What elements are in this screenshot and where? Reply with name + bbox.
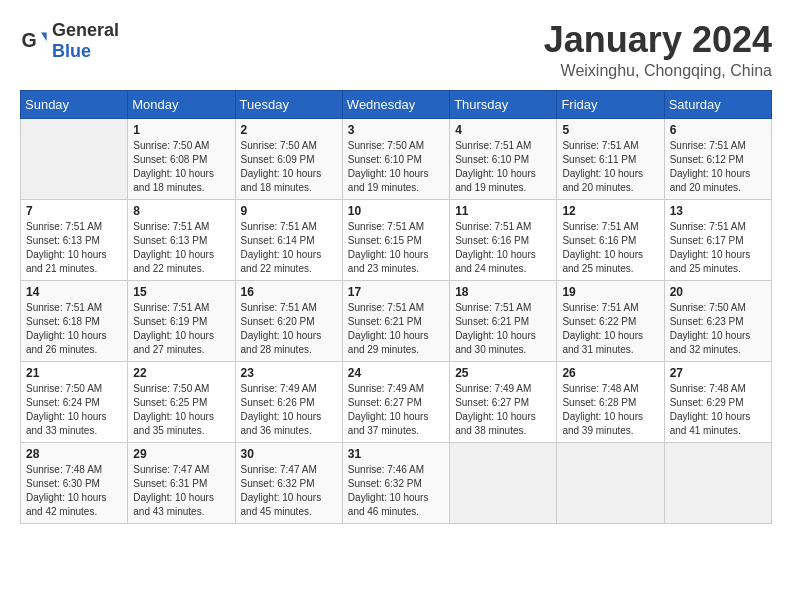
day-number: 19 bbox=[562, 285, 658, 299]
svg-text:G: G bbox=[21, 29, 36, 51]
calendar-day-cell bbox=[21, 118, 128, 199]
day-info: Sunrise: 7:51 AMSunset: 6:16 PMDaylight:… bbox=[562, 220, 658, 276]
day-number: 8 bbox=[133, 204, 229, 218]
day-info: Sunrise: 7:51 AMSunset: 6:12 PMDaylight:… bbox=[670, 139, 766, 195]
day-number: 7 bbox=[26, 204, 122, 218]
day-info: Sunrise: 7:51 AMSunset: 6:11 PMDaylight:… bbox=[562, 139, 658, 195]
weekday-header-cell: Saturday bbox=[664, 90, 771, 118]
day-number: 15 bbox=[133, 285, 229, 299]
calendar-table: SundayMondayTuesdayWednesdayThursdayFrid… bbox=[20, 90, 772, 524]
calendar-day-cell: 25Sunrise: 7:49 AMSunset: 6:27 PMDayligh… bbox=[450, 361, 557, 442]
day-info: Sunrise: 7:50 AMSunset: 6:23 PMDaylight:… bbox=[670, 301, 766, 357]
day-number: 5 bbox=[562, 123, 658, 137]
day-info: Sunrise: 7:46 AMSunset: 6:32 PMDaylight:… bbox=[348, 463, 444, 519]
calendar-week-row: 28Sunrise: 7:48 AMSunset: 6:30 PMDayligh… bbox=[21, 442, 772, 523]
weekday-header-cell: Thursday bbox=[450, 90, 557, 118]
day-info: Sunrise: 7:51 AMSunset: 6:22 PMDaylight:… bbox=[562, 301, 658, 357]
day-info: Sunrise: 7:51 AMSunset: 6:14 PMDaylight:… bbox=[241, 220, 337, 276]
day-number: 24 bbox=[348, 366, 444, 380]
day-info: Sunrise: 7:51 AMSunset: 6:19 PMDaylight:… bbox=[133, 301, 229, 357]
day-info: Sunrise: 7:51 AMSunset: 6:20 PMDaylight:… bbox=[241, 301, 337, 357]
calendar-day-cell bbox=[664, 442, 771, 523]
day-number: 9 bbox=[241, 204, 337, 218]
day-number: 22 bbox=[133, 366, 229, 380]
calendar-day-cell: 3Sunrise: 7:50 AMSunset: 6:10 PMDaylight… bbox=[342, 118, 449, 199]
weekday-header-cell: Tuesday bbox=[235, 90, 342, 118]
day-info: Sunrise: 7:47 AMSunset: 6:31 PMDaylight:… bbox=[133, 463, 229, 519]
day-info: Sunrise: 7:51 AMSunset: 6:13 PMDaylight:… bbox=[133, 220, 229, 276]
calendar-day-cell: 7Sunrise: 7:51 AMSunset: 6:13 PMDaylight… bbox=[21, 199, 128, 280]
weekday-header-cell: Friday bbox=[557, 90, 664, 118]
calendar-day-cell: 15Sunrise: 7:51 AMSunset: 6:19 PMDayligh… bbox=[128, 280, 235, 361]
calendar-day-cell: 29Sunrise: 7:47 AMSunset: 6:31 PMDayligh… bbox=[128, 442, 235, 523]
day-number: 17 bbox=[348, 285, 444, 299]
day-number: 12 bbox=[562, 204, 658, 218]
day-info: Sunrise: 7:51 AMSunset: 6:21 PMDaylight:… bbox=[455, 301, 551, 357]
calendar-day-cell: 13Sunrise: 7:51 AMSunset: 6:17 PMDayligh… bbox=[664, 199, 771, 280]
day-info: Sunrise: 7:49 AMSunset: 6:27 PMDaylight:… bbox=[348, 382, 444, 438]
calendar-day-cell: 27Sunrise: 7:48 AMSunset: 6:29 PMDayligh… bbox=[664, 361, 771, 442]
logo-blue-text: Blue bbox=[52, 41, 91, 61]
calendar-day-cell: 18Sunrise: 7:51 AMSunset: 6:21 PMDayligh… bbox=[450, 280, 557, 361]
calendar-day-cell: 4Sunrise: 7:51 AMSunset: 6:10 PMDaylight… bbox=[450, 118, 557, 199]
day-info: Sunrise: 7:51 AMSunset: 6:21 PMDaylight:… bbox=[348, 301, 444, 357]
month-title: January 2024 bbox=[544, 20, 772, 60]
calendar-day-cell: 30Sunrise: 7:47 AMSunset: 6:32 PMDayligh… bbox=[235, 442, 342, 523]
calendar-day-cell: 16Sunrise: 7:51 AMSunset: 6:20 PMDayligh… bbox=[235, 280, 342, 361]
day-info: Sunrise: 7:49 AMSunset: 6:27 PMDaylight:… bbox=[455, 382, 551, 438]
calendar-day-cell bbox=[557, 442, 664, 523]
day-number: 21 bbox=[26, 366, 122, 380]
day-number: 13 bbox=[670, 204, 766, 218]
calendar-day-cell: 1Sunrise: 7:50 AMSunset: 6:08 PMDaylight… bbox=[128, 118, 235, 199]
calendar-day-cell: 21Sunrise: 7:50 AMSunset: 6:24 PMDayligh… bbox=[21, 361, 128, 442]
day-info: Sunrise: 7:51 AMSunset: 6:17 PMDaylight:… bbox=[670, 220, 766, 276]
day-info: Sunrise: 7:50 AMSunset: 6:24 PMDaylight:… bbox=[26, 382, 122, 438]
calendar-day-cell: 22Sunrise: 7:50 AMSunset: 6:25 PMDayligh… bbox=[128, 361, 235, 442]
svg-marker-1 bbox=[41, 33, 47, 41]
day-info: Sunrise: 7:51 AMSunset: 6:18 PMDaylight:… bbox=[26, 301, 122, 357]
day-info: Sunrise: 7:50 AMSunset: 6:09 PMDaylight:… bbox=[241, 139, 337, 195]
weekday-header-row: SundayMondayTuesdayWednesdayThursdayFrid… bbox=[21, 90, 772, 118]
calendar-day-cell: 20Sunrise: 7:50 AMSunset: 6:23 PMDayligh… bbox=[664, 280, 771, 361]
calendar-body: 1Sunrise: 7:50 AMSunset: 6:08 PMDaylight… bbox=[21, 118, 772, 523]
calendar-day-cell: 26Sunrise: 7:48 AMSunset: 6:28 PMDayligh… bbox=[557, 361, 664, 442]
day-number: 1 bbox=[133, 123, 229, 137]
day-number: 16 bbox=[241, 285, 337, 299]
logo-icon: G bbox=[20, 27, 48, 55]
day-info: Sunrise: 7:51 AMSunset: 6:15 PMDaylight:… bbox=[348, 220, 444, 276]
calendar-day-cell: 24Sunrise: 7:49 AMSunset: 6:27 PMDayligh… bbox=[342, 361, 449, 442]
day-number: 28 bbox=[26, 447, 122, 461]
calendar-day-cell bbox=[450, 442, 557, 523]
weekday-header-cell: Wednesday bbox=[342, 90, 449, 118]
calendar-day-cell: 8Sunrise: 7:51 AMSunset: 6:13 PMDaylight… bbox=[128, 199, 235, 280]
day-number: 10 bbox=[348, 204, 444, 218]
day-number: 3 bbox=[348, 123, 444, 137]
day-info: Sunrise: 7:51 AMSunset: 6:10 PMDaylight:… bbox=[455, 139, 551, 195]
day-info: Sunrise: 7:49 AMSunset: 6:26 PMDaylight:… bbox=[241, 382, 337, 438]
day-number: 26 bbox=[562, 366, 658, 380]
day-info: Sunrise: 7:47 AMSunset: 6:32 PMDaylight:… bbox=[241, 463, 337, 519]
day-number: 6 bbox=[670, 123, 766, 137]
logo-general-text: General bbox=[52, 20, 119, 40]
day-info: Sunrise: 7:48 AMSunset: 6:29 PMDaylight:… bbox=[670, 382, 766, 438]
logo: G General Blue bbox=[20, 20, 119, 62]
day-number: 29 bbox=[133, 447, 229, 461]
day-number: 11 bbox=[455, 204, 551, 218]
day-number: 30 bbox=[241, 447, 337, 461]
day-number: 2 bbox=[241, 123, 337, 137]
day-number: 31 bbox=[348, 447, 444, 461]
day-info: Sunrise: 7:51 AMSunset: 6:16 PMDaylight:… bbox=[455, 220, 551, 276]
calendar-day-cell: 9Sunrise: 7:51 AMSunset: 6:14 PMDaylight… bbox=[235, 199, 342, 280]
weekday-header-cell: Monday bbox=[128, 90, 235, 118]
day-number: 20 bbox=[670, 285, 766, 299]
calendar-week-row: 21Sunrise: 7:50 AMSunset: 6:24 PMDayligh… bbox=[21, 361, 772, 442]
location-title: Weixinghu, Chongqing, China bbox=[544, 62, 772, 80]
day-info: Sunrise: 7:50 AMSunset: 6:10 PMDaylight:… bbox=[348, 139, 444, 195]
day-number: 27 bbox=[670, 366, 766, 380]
day-number: 18 bbox=[455, 285, 551, 299]
day-number: 14 bbox=[26, 285, 122, 299]
calendar-day-cell: 28Sunrise: 7:48 AMSunset: 6:30 PMDayligh… bbox=[21, 442, 128, 523]
day-number: 25 bbox=[455, 366, 551, 380]
calendar-day-cell: 6Sunrise: 7:51 AMSunset: 6:12 PMDaylight… bbox=[664, 118, 771, 199]
calendar-week-row: 1Sunrise: 7:50 AMSunset: 6:08 PMDaylight… bbox=[21, 118, 772, 199]
